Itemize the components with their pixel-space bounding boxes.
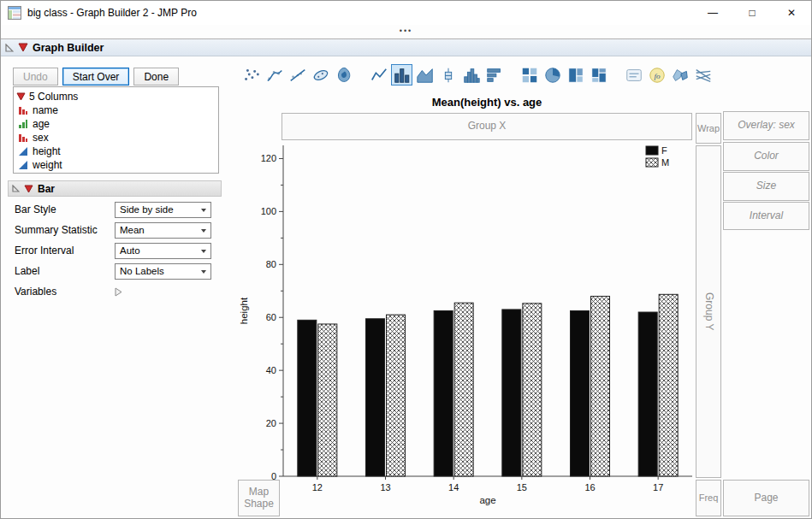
bar-F-12[interactable]: [298, 320, 317, 476]
y-tick-label: 120: [261, 153, 276, 163]
x-tick-label: 13: [380, 482, 390, 492]
parallel-icon[interactable]: [692, 64, 714, 86]
bar-F-15[interactable]: [502, 310, 521, 476]
toolbar-icon-group: [240, 64, 354, 86]
column-label: name: [33, 104, 58, 116]
bar-F-14[interactable]: [434, 311, 453, 477]
column-item-sex[interactable]: sex: [14, 131, 218, 144]
x-tick-label: 14: [448, 482, 459, 492]
maximize-icon[interactable]: □: [732, 1, 772, 25]
app-icon: [8, 6, 21, 20]
drop-zone-interval[interactable]: Interval: [723, 202, 809, 230]
drop-zone-wrap[interactable]: Wrap: [696, 113, 721, 144]
y-tick-label: 100: [261, 206, 276, 216]
area-icon[interactable]: [414, 64, 436, 86]
window-title: big class - Graph Builder 2 - JMP Pro: [27, 7, 197, 19]
bar-M-12[interactable]: [318, 324, 337, 476]
red-triangle-menu-icon[interactable]: [16, 92, 26, 101]
column-item-weight[interactable]: weight: [14, 158, 218, 172]
contour-icon[interactable]: [333, 64, 354, 86]
histogram-icon[interactable]: [460, 64, 482, 86]
variables-row: Variables: [15, 283, 224, 300]
drop-zone-group-y[interactable]: Group Y: [696, 145, 721, 478]
column-label: height: [33, 145, 61, 157]
bar-M-14[interactable]: [454, 303, 473, 476]
x-axis-label: age: [479, 495, 495, 505]
treemap-icon[interactable]: [565, 64, 586, 86]
selected-value: Auto: [120, 245, 140, 256]
jmp-window: big class - Graph Builder 2 - JMP Pro — …: [0, 0, 812, 519]
ellipse-icon[interactable]: [310, 64, 331, 86]
y-tick-label: 40: [266, 365, 276, 375]
drop-zone-color[interactable]: Color: [723, 142, 809, 171]
drop-zone-overlay[interactable]: Overlay: sex: [723, 111, 809, 140]
minimize-icon[interactable]: —: [693, 1, 732, 25]
caption-box-icon[interactable]: [623, 64, 644, 86]
label-select[interactable]: No Labels: [115, 263, 211, 280]
chart-title: Mean(height) vs. age: [282, 96, 692, 109]
collapse-icon[interactable]: [5, 44, 14, 52]
chevron-down-icon: [201, 229, 206, 233]
titlebar: big class - Graph Builder 2 - JMP Pro — …: [1, 1, 811, 25]
smoother-icon[interactable]: [264, 64, 285, 86]
heatmap-icon[interactable]: [519, 64, 540, 86]
legend-label-M: M: [661, 157, 669, 168]
box-plot-icon[interactable]: [437, 64, 459, 86]
bar-M-16[interactable]: [591, 296, 610, 476]
continuous-icon: [18, 146, 28, 156]
column-item-height[interactable]: height: [14, 144, 218, 158]
drop-zone-page[interactable]: Page: [723, 480, 809, 516]
chart-svg: 020406080100120121314151617ageheightFM: [232, 141, 698, 519]
legend-swatch-M[interactable]: [646, 158, 658, 167]
collapse-icon[interactable]: [12, 185, 20, 192]
points-icon[interactable]: [240, 64, 262, 86]
bar-chart-icon[interactable]: [483, 64, 505, 86]
x-tick-label: 17: [653, 482, 663, 492]
bar-F-16[interactable]: [571, 311, 590, 477]
map-shapes-icon[interactable]: [669, 64, 690, 86]
done-button[interactable]: Done: [133, 68, 179, 86]
line-of-fit-icon[interactable]: [287, 64, 308, 86]
y-tick-label: 20: [266, 418, 276, 428]
bar-style-select[interactable]: Side by side: [115, 202, 211, 218]
bar-F-13[interactable]: [366, 319, 385, 476]
chevron-right-icon[interactable]: [115, 287, 122, 297]
continuous-icon: [18, 160, 28, 170]
x-tick-label: 16: [584, 482, 595, 492]
summary-statistic-select[interactable]: Mean: [115, 222, 211, 239]
drop-zone-size[interactable]: Size: [723, 172, 809, 201]
y-tick-label: 80: [266, 259, 276, 269]
formula-icon[interactable]: fo: [646, 64, 667, 86]
bar-M-13[interactable]: [387, 315, 406, 476]
column-item-age[interactable]: age: [14, 117, 218, 131]
bar-section-header: Bar: [8, 180, 222, 197]
red-triangle-menu-icon[interactable]: [18, 43, 28, 52]
variables-label: Variables: [15, 286, 115, 298]
toolbar-grip[interactable]: •••: [1, 25, 811, 38]
drop-zone-freq[interactable]: Freq: [696, 480, 721, 516]
bar-F-17[interactable]: [638, 312, 657, 476]
bar-icon[interactable]: [391, 64, 412, 86]
x-tick-label: 15: [517, 482, 527, 492]
columns-panel-header: 5 Columns: [14, 87, 218, 103]
legend-swatch-F[interactable]: [646, 146, 658, 155]
action-buttons: Undo Start Over Done: [13, 68, 179, 86]
drop-zone-map-shape[interactable]: Map Shape: [238, 480, 280, 516]
line-icon[interactable]: [368, 64, 389, 86]
error-interval-select[interactable]: Auto: [115, 243, 211, 259]
pie-icon[interactable]: [542, 64, 563, 86]
legend-label-F: F: [661, 145, 667, 156]
bar-M-15[interactable]: [523, 304, 542, 476]
red-triangle-menu-icon[interactable]: [24, 185, 33, 193]
close-icon[interactable]: ✕: [772, 1, 811, 25]
nominal-icon: [18, 133, 28, 143]
nominal-icon: [18, 105, 28, 115]
drop-zone-group-x[interactable]: Group X: [282, 113, 692, 140]
start-over-button[interactable]: Start Over: [62, 68, 130, 86]
mosaic-icon[interactable]: [588, 64, 609, 86]
undo-button[interactable]: Undo: [13, 68, 58, 86]
bar-M-17[interactable]: [659, 294, 678, 476]
chevron-down-icon: [201, 209, 206, 212]
bar-style-label: Bar Style: [15, 203, 115, 215]
column-item-name[interactable]: name: [14, 103, 218, 117]
